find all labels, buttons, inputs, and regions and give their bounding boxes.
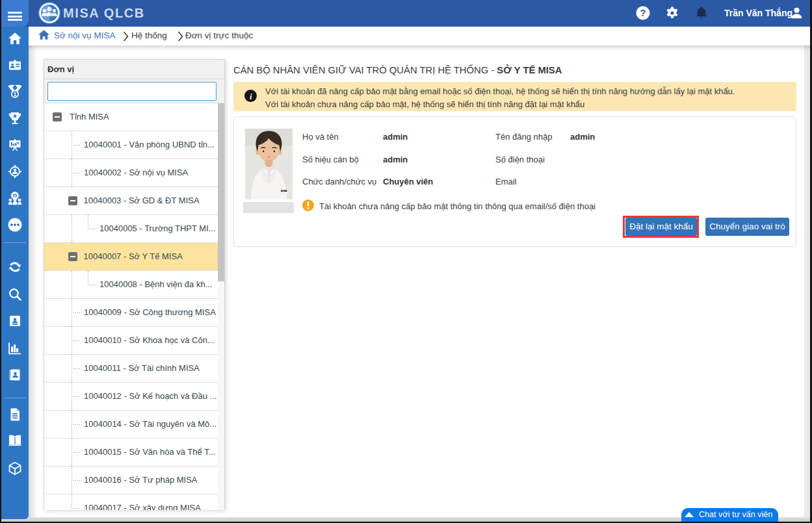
svg-text:i: i bbox=[250, 92, 252, 101]
svg-text:1: 1 bbox=[14, 91, 17, 97]
svg-text:?: ? bbox=[640, 8, 646, 18]
